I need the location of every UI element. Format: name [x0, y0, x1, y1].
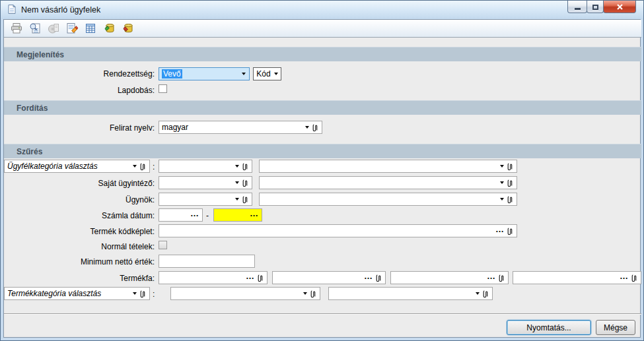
maximize-button[interactable]	[587, 1, 604, 13]
paperclip-icon[interactable]	[507, 162, 513, 171]
section-header-forditas: Fordítás	[4, 100, 641, 115]
section-header-megjelenites: Megjelenítés	[4, 47, 641, 61]
chevron-down-icon	[133, 165, 137, 168]
chevron-down-icon	[500, 165, 504, 168]
table-settings-icon[interactable]	[82, 20, 98, 37]
browse-ellipsis-button[interactable]: …	[495, 228, 504, 231]
felirat-nyelv-value: magyar	[162, 123, 302, 132]
print-icon[interactable]	[8, 20, 24, 37]
minimum-netto-field[interactable]	[159, 255, 255, 268]
paperclip-icon[interactable]	[376, 274, 382, 282]
chevron-down-icon	[235, 165, 239, 168]
browse-ellipsis-button[interactable]: …	[250, 212, 258, 215]
ugynok-value-combo[interactable]	[259, 193, 517, 206]
termekfa-label: Termékfa:	[1, 274, 155, 283]
termekkategoria-value-combo[interactable]	[328, 287, 493, 300]
paperclip-icon[interactable]	[631, 274, 637, 282]
termekfa-field-4[interactable]: …	[513, 271, 641, 284]
dash-separator: -	[206, 211, 209, 220]
termekkategoria-selector-combo[interactable]: Termékkategória választás	[4, 287, 150, 300]
chevron-down-icon	[476, 292, 480, 295]
paperclip-icon[interactable]	[242, 195, 248, 204]
minimize-icon	[575, 8, 581, 10]
ugyfelkategoria-selector-value: Ügyfélkategória választás	[7, 162, 129, 171]
cancel-button[interactable]: Mégse	[596, 320, 635, 335]
termekkategoria-combo[interactable]	[170, 287, 320, 300]
felirat-nyelv-label: Felirat nyelv:	[1, 123, 155, 133]
colon-separator: :	[153, 290, 155, 299]
section-header-szures: Szűrés	[4, 144, 641, 158]
rendezettseg-combo[interactable]: Vevő	[159, 67, 250, 80]
close-button[interactable]	[603, 1, 636, 13]
szamla-datum-label: Számla dátum:	[1, 211, 155, 220]
paperclip-icon[interactable]	[507, 179, 513, 187]
paperclip-icon[interactable]	[140, 290, 146, 298]
chevron-down-icon	[500, 181, 504, 184]
lapdobas-checkbox[interactable]	[159, 84, 167, 93]
edit-report-icon[interactable]	[63, 20, 80, 37]
close-icon	[616, 3, 624, 11]
termekkategoria-selector-value: Termékkategória választás	[7, 289, 129, 298]
colon-separator: :	[153, 162, 155, 171]
paperclip-icon[interactable]	[258, 274, 264, 282]
chevron-down-icon	[274, 73, 278, 75]
chevron-down-icon	[303, 292, 307, 295]
paperclip-icon[interactable]	[310, 290, 316, 298]
termek-kodkeplet-label: Termék kódképlet:	[1, 227, 155, 236]
ugyfelkategoria-value-combo[interactable]	[259, 160, 517, 173]
chevron-down-icon	[242, 73, 246, 75]
ugynok-combo[interactable]	[159, 193, 252, 206]
chevron-down-icon	[500, 198, 504, 201]
ugynok-label: Ügynök:	[1, 195, 155, 204]
ugyfelkategoria-combo[interactable]	[159, 160, 252, 173]
document-icon	[7, 4, 17, 15]
title-bar[interactable]: Nem vásárló ügyfelek	[1, 1, 643, 19]
lapdobas-label: Lapdobás:	[1, 86, 155, 95]
paperclip-icon[interactable]	[507, 195, 513, 204]
chevron-down-icon	[305, 126, 309, 129]
footer-separator	[4, 313, 641, 315]
browse-ellipsis-button[interactable]: …	[487, 274, 495, 278]
sajat-ugyintezo-label: Saját ügyintéző:	[1, 179, 155, 188]
browse-ellipsis-button[interactable]: …	[620, 274, 628, 278]
kod-dropdown-button[interactable]: Kód	[253, 67, 281, 80]
paperclip-icon[interactable]	[242, 179, 248, 187]
browse-ellipsis-button[interactable]: …	[246, 274, 254, 278]
normal-tetelek-label: Normál tételek:	[1, 242, 155, 251]
chevron-down-icon	[235, 198, 239, 201]
termekfa-field-3[interactable]: …	[390, 271, 509, 284]
kod-label: Kód	[256, 69, 270, 78]
dialog-window: Nem vásárló ügyfelek	[0, 0, 644, 341]
paperclip-icon[interactable]	[242, 162, 248, 171]
sajat-ugyintezo-combo[interactable]	[159, 176, 252, 189]
termekfa-field-2[interactable]: …	[272, 271, 386, 284]
export-disabled-icon	[45, 20, 61, 37]
maximize-icon	[592, 5, 598, 10]
browse-ellipsis-button[interactable]: …	[190, 212, 199, 215]
felirat-nyelv-combo[interactable]: magyar	[159, 121, 322, 134]
rendezettseg-label: Rendezettség:	[1, 69, 155, 78]
paperclip-icon[interactable]	[499, 274, 505, 282]
browse-ellipsis-button[interactable]: …	[364, 274, 373, 278]
paperclip-icon[interactable]	[483, 290, 489, 298]
szamla-datum-from-field[interactable]: …	[159, 208, 203, 222]
db-refresh-icon[interactable]	[100, 20, 117, 37]
print-button[interactable]: Nyomtatás...	[507, 320, 591, 335]
ugyfelkategoria-selector-combo[interactable]: Ügyfélkategória választás	[4, 160, 150, 173]
minimum-netto-label: Minimum nettó érték:	[1, 257, 155, 266]
paperclip-icon[interactable]	[312, 123, 318, 132]
chevron-down-icon	[133, 292, 137, 295]
minimize-button[interactable]	[567, 1, 587, 13]
db-rollback-icon[interactable]	[119, 20, 135, 37]
sajat-ugyintezo-value-combo[interactable]	[259, 176, 517, 189]
paperclip-icon[interactable]	[140, 162, 146, 171]
chevron-down-icon	[235, 181, 239, 184]
paperclip-icon[interactable]	[507, 227, 513, 235]
termekfa-field-1[interactable]: …	[159, 271, 268, 284]
window-title: Nem vásárló ügyfelek	[21, 5, 100, 15]
normal-tetelek-checkbox[interactable]	[159, 241, 167, 249]
print-preview-icon[interactable]	[26, 20, 43, 37]
szamla-datum-to-field[interactable]: …	[213, 208, 262, 222]
rendezettseg-value: Vevő	[162, 69, 182, 78]
termek-kodkeplet-field[interactable]: …	[159, 224, 517, 237]
